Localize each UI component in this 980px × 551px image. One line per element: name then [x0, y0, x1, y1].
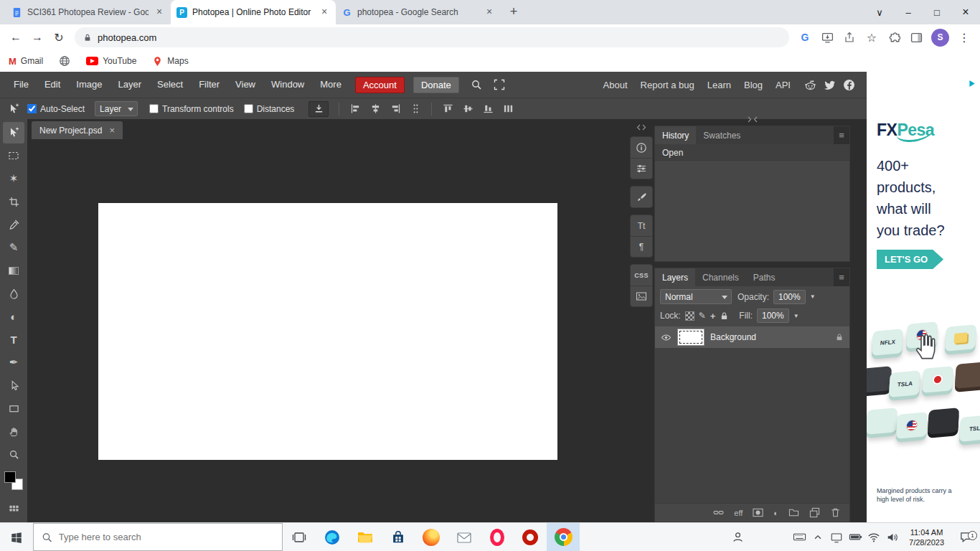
link-learn[interactable]: Learn [701, 80, 738, 90]
volume-icon[interactable] [883, 531, 902, 544]
align-right-icon[interactable] [385, 101, 405, 117]
blend-mode-dropdown[interactable]: Normal [660, 289, 732, 304]
tab-swatches[interactable]: Swatches [696, 126, 748, 144]
address-bar[interactable]: photopea.com [75, 27, 789, 47]
tab-paths[interactable]: Paths [746, 268, 783, 286]
distribute-bars-icon[interactable] [498, 101, 518, 117]
search-icon[interactable] [471, 79, 482, 90]
window-close-button[interactable]: × [951, 0, 980, 24]
new-layer-icon[interactable] [809, 507, 820, 518]
taskbar-store-button[interactable] [382, 523, 415, 551]
align-center-horizontal-icon[interactable] [365, 101, 385, 117]
direct-select-tool-button[interactable] [3, 375, 24, 396]
taskbar-search-input[interactable] [59, 532, 274, 542]
distances-input[interactable] [244, 104, 253, 113]
magic-wand-tool-button[interactable]: ✶ [3, 168, 24, 189]
action-center-button[interactable]: 1 [951, 530, 980, 544]
fill-value[interactable]: 100% [757, 309, 789, 323]
layer-row-background[interactable]: Background [655, 326, 849, 348]
edit-toolbar-button[interactable] [3, 497, 24, 519]
auto-select-checkbox[interactable]: Auto-Select [27, 104, 85, 114]
distribute-vertical-dots-icon[interactable] [405, 101, 425, 117]
extensions-puzzle-icon[interactable] [884, 27, 904, 47]
collapse-panels-right-icon[interactable] [748, 114, 758, 124]
tab-history[interactable]: History [655, 126, 696, 144]
export-layers-button[interactable] [308, 101, 329, 117]
distances-checkbox[interactable]: Distances [244, 104, 295, 114]
crop-tool-button[interactable] [3, 191, 24, 212]
history-entry-open[interactable]: Open [655, 144, 849, 162]
taskbar-edge-button[interactable] [316, 523, 349, 551]
browser-menu-kebab-icon[interactable]: ⋮ [954, 27, 974, 47]
tab-close-icon[interactable]: × [319, 6, 330, 18]
move-tool-button[interactable] [3, 122, 24, 143]
back-button[interactable]: ← [6, 27, 26, 47]
transform-controls-checkbox[interactable]: Transform controls [149, 104, 234, 114]
link-about[interactable]: About [597, 80, 634, 90]
new-group-folder-icon[interactable] [788, 507, 799, 518]
color-swatches[interactable] [4, 471, 23, 490]
eyedropper-tool-button[interactable] [3, 214, 24, 235]
menu-file[interactable]: File [6, 72, 37, 98]
opacity-dropdown-icon[interactable]: ▼ [810, 293, 816, 300]
layer-effects-button[interactable]: eff [734, 509, 743, 517]
menu-window[interactable]: Window [263, 72, 312, 98]
properties-panel-button[interactable] [631, 158, 652, 179]
image-panel-button[interactable] [631, 286, 652, 306]
people-icon[interactable] [728, 530, 747, 544]
pen-tool-button[interactable]: ✒ [3, 352, 24, 373]
menu-image[interactable]: Image [68, 72, 110, 98]
tab-close-icon[interactable]: × [484, 6, 495, 18]
type-tool-button[interactable]: T [3, 329, 24, 350]
align-middle-vertical-icon[interactable] [458, 101, 478, 117]
gradient-tool-button[interactable] [3, 260, 24, 281]
bookmark-globe[interactable] [59, 55, 70, 67]
align-bottom-icon[interactable] [478, 101, 498, 117]
taskbar-opera-button[interactable] [481, 523, 514, 551]
profile-avatar[interactable]: S [931, 29, 949, 47]
bookmark-youtube[interactable]: YouTube [86, 56, 136, 66]
align-left-icon[interactable] [345, 101, 365, 117]
history-panel-menu-icon[interactable]: ≡ [834, 126, 849, 144]
brush-panel-button[interactable] [631, 187, 652, 207]
layer-thumbnail[interactable] [677, 329, 705, 346]
lock-pixels-icon[interactable]: ✎ [699, 311, 706, 321]
lock-position-icon[interactable]: + [710, 311, 716, 321]
touch-keyboard-icon[interactable] [790, 530, 809, 544]
tab-layers[interactable]: Layers [655, 268, 695, 286]
browser-tab-google-search[interactable]: G photopea - Google Search × [336, 0, 501, 24]
taskbar-clock[interactable]: 11:04 AM 7/28/2023 [902, 527, 951, 547]
fullscreen-icon[interactable] [494, 79, 505, 90]
donate-button[interactable]: Donate [413, 77, 459, 93]
lock-transparency-icon[interactable] [685, 311, 694, 321]
adchoices-icon[interactable] [968, 79, 977, 88]
browser-tab-photopea[interactable]: P Photopea | Online Photo Editor × [171, 0, 336, 24]
bookmark-maps[interactable]: Maps [152, 56, 188, 67]
taskbar-file-explorer-button[interactable] [349, 523, 382, 551]
bookmark-star-icon[interactable]: ☆ [862, 27, 882, 47]
add-mask-icon[interactable] [753, 507, 763, 518]
new-tab-button[interactable]: + [504, 2, 524, 22]
document-close-icon[interactable]: × [109, 125, 115, 136]
transform-controls-input[interactable] [149, 104, 159, 113]
tab-search-chevron-icon[interactable]: ∨ [865, 0, 894, 24]
link-layers-icon[interactable] [713, 507, 724, 518]
google-g-icon[interactable]: G [795, 27, 815, 47]
window-minimize-button[interactable]: – [894, 0, 923, 24]
dodge-tool-button[interactable]: ◐ [3, 306, 24, 327]
auto-select-input[interactable] [27, 104, 37, 113]
link-api[interactable]: API [769, 80, 797, 90]
align-top-icon[interactable] [438, 101, 458, 117]
menu-layer[interactable]: Layer [110, 72, 150, 98]
facebook-icon[interactable] [843, 79, 855, 91]
document-tab[interactable]: New Project.psd × [32, 121, 123, 139]
tab-close-icon[interactable]: × [154, 6, 165, 18]
menu-filter[interactable]: Filter [191, 72, 227, 98]
paragraph-panel-button[interactable]: ¶ [631, 236, 652, 257]
fill-dropdown-icon[interactable]: ▼ [793, 313, 799, 319]
bookmark-gmail[interactable]: M Gmail [9, 56, 43, 67]
twitter-icon[interactable] [824, 79, 836, 91]
zoom-tool-button[interactable] [3, 443, 24, 465]
link-report-a-bug[interactable]: Report a bug [634, 80, 701, 90]
css-panel-button[interactable]: CSS [631, 265, 652, 286]
